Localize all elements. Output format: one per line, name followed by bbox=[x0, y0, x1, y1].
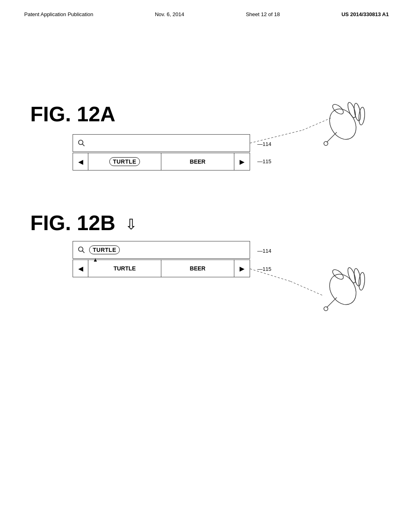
svg-point-2 bbox=[79, 247, 83, 251]
turtle-search-12b: TURTLE bbox=[89, 245, 120, 254]
search-bar-12b[interactable]: TURTLE bbox=[73, 241, 250, 259]
svg-point-20 bbox=[324, 269, 361, 309]
svg-point-13 bbox=[324, 104, 361, 144]
search-icon-12b bbox=[77, 245, 86, 254]
word-bar-12b-right-arrow[interactable]: ▶ bbox=[234, 260, 250, 277]
svg-line-11 bbox=[290, 281, 323, 295]
fig-12a-label: FIG. 12A bbox=[30, 102, 115, 126]
word-bar-12b-word1: TURTLE bbox=[88, 260, 161, 277]
word-bar-12a-left-arrow[interactable]: ◀ bbox=[73, 153, 88, 170]
svg-point-22 bbox=[353, 268, 361, 287]
svg-point-19 bbox=[324, 141, 328, 145]
svg-point-14 bbox=[346, 102, 357, 118]
svg-point-21 bbox=[346, 267, 357, 284]
svg-line-10 bbox=[250, 269, 290, 281]
word-bar-12a[interactable]: ◀ TURTLE BEER ▶ bbox=[73, 153, 250, 170]
header-sheet: Sheet 12 of 18 bbox=[246, 11, 280, 17]
svg-line-3 bbox=[82, 251, 84, 253]
svg-text:—114: —114 bbox=[257, 248, 271, 254]
svg-line-1 bbox=[82, 144, 84, 146]
svg-text:—115: —115 bbox=[257, 266, 271, 272]
svg-line-25 bbox=[327, 297, 337, 308]
word-bar-12b-left-arrow[interactable]: ◀ bbox=[73, 260, 88, 277]
svg-point-17 bbox=[331, 103, 345, 116]
word-bar-12b-word2: BEER bbox=[161, 260, 234, 277]
page-header: Patent Application Publication Nov. 6, 2… bbox=[0, 0, 413, 17]
fig-12b-label: FIG. 12B bbox=[30, 211, 115, 235]
svg-line-7 bbox=[302, 118, 331, 130]
svg-line-6 bbox=[250, 130, 302, 143]
svg-point-0 bbox=[79, 140, 83, 145]
header-patent-number: US 2014/330813 A1 bbox=[342, 11, 389, 17]
word-bar-12a-right-arrow[interactable]: ▶ bbox=[234, 153, 250, 170]
svg-point-16 bbox=[358, 107, 365, 125]
header-date: Nov. 6, 2014 bbox=[155, 11, 184, 17]
svg-point-24 bbox=[331, 268, 345, 281]
word-bar-12a-word2: BEER bbox=[161, 153, 234, 170]
search-bar-12a[interactable] bbox=[73, 134, 250, 152]
transition-arrow-symbol: ⇩ bbox=[125, 216, 137, 233]
svg-point-15 bbox=[353, 103, 361, 121]
word-bar-12b[interactable]: ◀ TURTLE BEER ▶ bbox=[73, 260, 250, 277]
turtle-outlined-12a: TURTLE bbox=[109, 157, 140, 166]
svg-point-23 bbox=[358, 272, 365, 290]
header-publication: Patent Application Publication bbox=[24, 11, 93, 17]
svg-line-18 bbox=[327, 132, 337, 142]
main-content: FIG. 12A FIG. 12B ⇩ ◀ TURTLE BEER ▶ TURT… bbox=[0, 17, 413, 525]
svg-text:—114: —114 bbox=[257, 141, 271, 147]
svg-point-26 bbox=[324, 307, 328, 311]
search-icon-12a bbox=[77, 139, 86, 148]
word-bar-12a-word1: TURTLE bbox=[88, 153, 161, 170]
svg-text:—115: —115 bbox=[257, 158, 271, 164]
